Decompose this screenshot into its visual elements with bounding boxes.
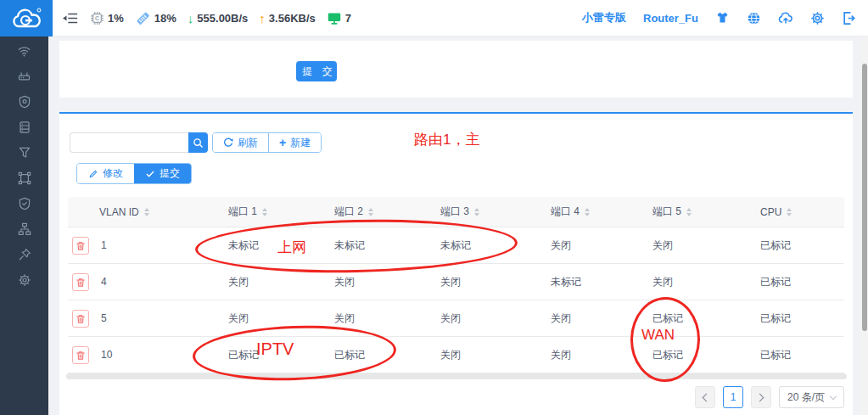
cloud-backup-icon[interactable]: [778, 11, 793, 25]
sidebar-item-access-point[interactable]: [14, 70, 36, 83]
port-status-cell: 关闭: [530, 238, 632, 253]
sidebar-item-filter[interactable]: [14, 146, 36, 160]
vlan-id-cell: 10: [68, 346, 208, 364]
trash-icon: [76, 350, 86, 361]
search-input[interactable]: [70, 132, 188, 153]
settings-icon[interactable]: [810, 11, 825, 25]
sort-icon[interactable]: [686, 208, 692, 216]
chevron-down-icon: [830, 392, 837, 399]
download-stat: ↓ 555.00B/s: [188, 11, 249, 25]
vertical-scrollbar[interactable]: [861, 36, 868, 415]
sidebar-item-shield-check[interactable]: [14, 197, 36, 210]
language-icon[interactable]: [747, 11, 761, 25]
system-stats: C 1% 18% ↓ 555.00B/s ↑ 3.56KB/s: [90, 10, 356, 26]
port-status-cell: 未标记: [314, 238, 420, 253]
delete-row-button[interactable]: [72, 346, 89, 364]
table-submit-button[interactable]: 提交: [134, 164, 191, 183]
port-status-cell: 未标记: [530, 275, 632, 289]
theme-icon[interactable]: [715, 11, 730, 25]
edition-link[interactable]: 小雷专版: [582, 10, 626, 25]
vlan-id-cell: 5: [68, 310, 208, 328]
sort-icon[interactable]: [474, 208, 479, 216]
table-row: 5关闭关闭关闭关闭已标记已标记: [68, 300, 844, 337]
vlan-table: VLAN ID端口 1端口 2端口 3端口 4端口 5CPU 1未标记未标记未标…: [68, 197, 844, 373]
pencil-icon: [88, 169, 98, 179]
memory-icon: [135, 10, 151, 26]
form-submit-button[interactable]: 提 交: [296, 61, 337, 81]
sidebar-item-pin[interactable]: [14, 248, 36, 261]
table-body: 1未标记未标记未标记关闭关闭已标记 4关闭关闭关闭未标记关闭已标记 5关闭关闭关…: [68, 227, 844, 373]
port-status-cell: 关闭: [208, 311, 314, 326]
modify-label: 修改: [103, 166, 123, 181]
sidebar-item-wifi[interactable]: [14, 44, 36, 58]
page-size-select[interactable]: 20 条/页: [779, 386, 844, 408]
column-header[interactable]: 端口 2: [314, 205, 420, 219]
column-header[interactable]: 端口 5: [632, 205, 738, 219]
column-header[interactable]: 端口 3: [420, 205, 530, 219]
column-header-label: 端口 2: [334, 205, 363, 219]
menu-fold-icon[interactable]: [63, 12, 78, 25]
current-page-button[interactable]: 1: [723, 386, 743, 408]
port-status-cell: 关闭: [314, 311, 420, 326]
sidebar-item-settings[interactable]: [14, 273, 36, 287]
sidebar-item-topology[interactable]: [14, 222, 36, 236]
refresh-icon: [223, 137, 233, 148]
column-header[interactable]: 端口 4: [530, 205, 632, 219]
table-row: 10已标记已标记关闭关闭已标记已标记: [68, 337, 844, 373]
cloud-logo-icon: [9, 5, 43, 31]
column-header-label: CPU: [760, 206, 781, 218]
edit-actions-group: 修改 提交: [76, 163, 192, 184]
online-devices-stat: 7: [327, 11, 351, 25]
upload-speed: 3.56KB/s: [269, 12, 316, 25]
modify-button[interactable]: 修改: [77, 164, 134, 183]
hostname-link[interactable]: Router_Fu: [643, 12, 698, 25]
page-size-value: 20 条/页: [787, 390, 825, 405]
port-status-cell: 关闭: [314, 275, 420, 289]
router-admin-page: C 1% 18% ↓ 555.00B/s ↑ 3.56KB/s: [0, 0, 868, 415]
port-status-cell: 关闭: [420, 348, 530, 362]
vertical-scrollbar-thumb[interactable]: [862, 64, 867, 331]
horizontal-scrollbar[interactable]: [66, 373, 847, 379]
prev-page-button[interactable]: [695, 386, 715, 408]
column-header-label: 端口 4: [551, 205, 580, 219]
next-page-button[interactable]: [751, 386, 771, 408]
topbar: C 1% 18% ↓ 555.00B/s ↑ 3.56KB/s: [0, 0, 868, 36]
column-header[interactable]: 端口 1: [208, 205, 314, 219]
sort-icon[interactable]: [585, 208, 590, 216]
delete-row-button[interactable]: [72, 310, 89, 328]
sort-icon[interactable]: [262, 208, 267, 216]
sort-icon[interactable]: [144, 208, 149, 216]
column-header[interactable]: VLAN ID: [68, 206, 208, 218]
refresh-button[interactable]: 刷新: [213, 133, 268, 152]
sort-icon[interactable]: [787, 208, 792, 216]
sidebar-item-server-list[interactable]: [14, 121, 36, 134]
port-status-cell: 关闭: [632, 275, 738, 289]
topbar-right: 小雷专版 Router_Fu: [582, 10, 868, 25]
column-header-label: 端口 3: [440, 205, 469, 219]
sidebar-item-security[interactable]: [14, 95, 36, 109]
table-header-row: VLAN ID端口 1端口 2端口 3端口 4端口 5CPU: [68, 197, 844, 227]
plus-icon: +: [279, 137, 286, 149]
delete-row-button[interactable]: [72, 237, 89, 255]
port-status-cell: 未标记: [420, 238, 530, 253]
search-icon: [193, 137, 204, 149]
port-status-cell: 已标记: [738, 348, 844, 362]
column-header-label: VLAN ID: [99, 206, 139, 218]
column-header[interactable]: CPU: [738, 206, 844, 218]
sidebar-item-selection-frame[interactable]: [14, 171, 36, 185]
create-button[interactable]: + 新建: [268, 133, 321, 152]
port-status-cell: 已标记: [208, 348, 314, 362]
port-status-cell: 关闭: [208, 275, 314, 289]
chevron-right-icon: [756, 393, 764, 401]
svg-text:C: C: [95, 14, 99, 20]
port-status-cell: 已标记: [632, 311, 738, 326]
logout-icon[interactable]: [842, 11, 856, 25]
app-logo[interactable]: [0, 0, 53, 36]
search-button[interactable]: [188, 132, 208, 153]
upload-arrow-icon: ↑: [259, 11, 266, 25]
cpu-usage: 1%: [108, 12, 124, 25]
port-status-cell: 已标记: [738, 238, 844, 253]
check-icon: [145, 169, 155, 179]
delete-row-button[interactable]: [72, 273, 89, 291]
sort-icon[interactable]: [368, 208, 373, 216]
